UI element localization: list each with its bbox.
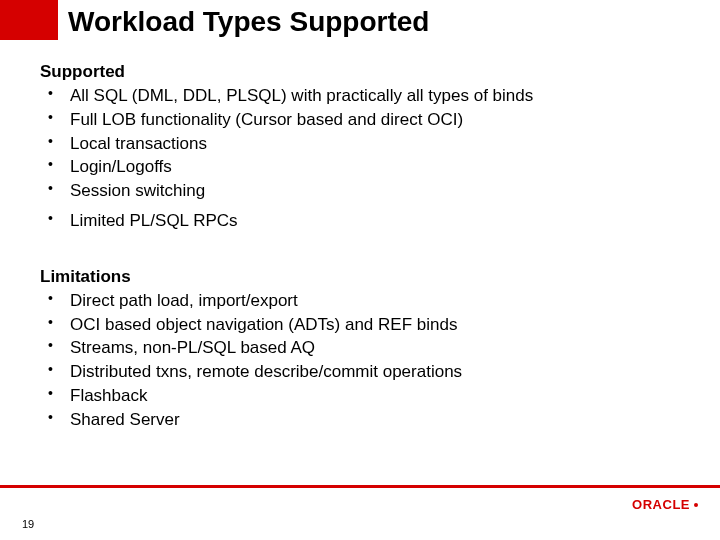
section-heading-limitations: Limitations: [40, 267, 680, 287]
list-item: Direct path load, import/export: [48, 289, 680, 313]
footer-divider: [0, 485, 720, 488]
list-item: Session switching: [48, 179, 680, 203]
page-number: 19: [22, 518, 34, 530]
oracle-logo-dot-icon: [694, 503, 698, 507]
list-item: Local transactions: [48, 132, 680, 156]
list-item: OCI based object navigation (ADTs) and R…: [48, 313, 680, 337]
list-item: Full LOB functionality (Cursor based and…: [48, 108, 680, 132]
list-item: Flashback: [48, 384, 680, 408]
supported-list: All SQL (DML, DDL, PLSQL) with practical…: [40, 84, 680, 233]
section-heading-supported: Supported: [40, 62, 680, 82]
section-supported: Supported All SQL (DML, DDL, PLSQL) with…: [40, 62, 680, 233]
list-item: Shared Server: [48, 408, 680, 432]
oracle-logo: ORACLE: [632, 497, 698, 512]
section-limitations: Limitations Direct path load, import/exp…: [40, 267, 680, 432]
list-item: Streams, non-PL/SQL based AQ: [48, 336, 680, 360]
list-item: Login/Logoffs: [48, 155, 680, 179]
list-item: Distributed txns, remote describe/commit…: [48, 360, 680, 384]
limitations-list: Direct path load, import/export OCI base…: [40, 289, 680, 432]
slide-content: Supported All SQL (DML, DDL, PLSQL) with…: [40, 62, 680, 432]
list-item: All SQL (DML, DDL, PLSQL) with practical…: [48, 84, 680, 108]
slide-title: Workload Types Supported: [68, 6, 429, 38]
list-item: Limited PL/SQL RPCs: [48, 209, 680, 233]
brand-red-block: [0, 0, 58, 40]
oracle-logo-text: ORACLE: [632, 497, 690, 512]
